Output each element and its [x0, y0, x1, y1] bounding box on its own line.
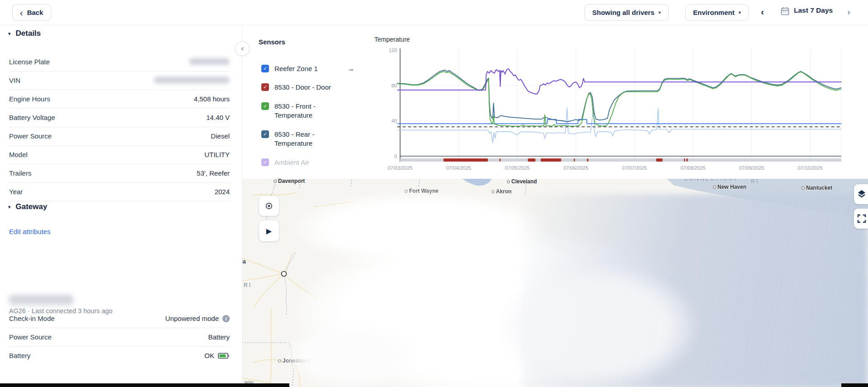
door-open-segment	[443, 158, 488, 162]
sensor-checkbox[interactable]: ✓	[261, 158, 269, 166]
map-terrain-layer	[242, 179, 868, 387]
sensor-checkbox[interactable]: ✓	[261, 102, 269, 110]
gateway-title: Gateway	[16, 202, 47, 211]
sensor-detail-arrow-icon[interactable]: →	[347, 65, 354, 73]
detail-value: Diesel	[211, 132, 230, 140]
x-tick-label: 07/09/2025	[739, 165, 764, 171]
battery-icon	[218, 353, 230, 359]
gateway-section-header[interactable]: ▾ Gateway	[8, 202, 47, 211]
detail-label: Model	[9, 151, 28, 158]
map-canvas[interactable]: Fort WayneAkronJonesboro DavenportClevel…	[242, 179, 868, 387]
environment-label: Environment	[693, 9, 735, 16]
temperature-chart[interactable]: 0408012007/03/202507/04/202507/05/202507…	[382, 30, 852, 174]
sensor-checkbox[interactable]: ✓	[261, 65, 269, 72]
vehicle-details-panel: ▾ Details License PlateVINEngine Hours4,…	[0, 25, 242, 383]
y-tick-label: 0	[394, 153, 397, 159]
drivers-filter-dropdown[interactable]: Showing all drivers ▾	[585, 4, 669, 21]
detail-label: Battery Voltage	[9, 114, 55, 121]
door-open-segment	[541, 158, 561, 162]
detail-row: Trailers53', Reefer	[9, 164, 230, 183]
door-open-segment	[587, 158, 588, 162]
details-title: Details	[16, 29, 41, 38]
calendar-icon	[781, 7, 789, 17]
gateway-value: Unpowered modei	[165, 315, 230, 322]
locate-button[interactable]	[259, 196, 279, 216]
detail-row: Year2024	[9, 182, 230, 201]
playback-button[interactable]: ▶	[259, 220, 279, 241]
gateway-row: Check-in ModeUnpowered modei	[9, 309, 230, 328]
y-tick-label: 40	[392, 118, 397, 124]
city-marker-icon	[274, 180, 277, 183]
gateway-label: Check-in Mode	[9, 315, 55, 322]
door-open-segment	[574, 158, 575, 162]
detail-row: VIN	[9, 71, 230, 90]
date-next-button[interactable]: ›	[847, 6, 850, 17]
city-marker-icon	[802, 186, 805, 190]
environment-dropdown[interactable]: Environment ▾	[685, 4, 749, 21]
play-icon: ▶	[266, 227, 272, 235]
sensor-item[interactable]: ✓8530 - Rear - Temperature	[261, 130, 343, 148]
detail-value: UTILITY	[204, 151, 230, 158]
back-chevron-icon: ‹	[20, 8, 23, 17]
back-button[interactable]: ‹ Back	[12, 4, 51, 21]
door-open-segment	[500, 158, 501, 162]
caret-down-icon: ▾	[659, 10, 661, 15]
date-prev-button[interactable]: ‹	[761, 6, 764, 17]
map-layers-button[interactable]	[854, 184, 868, 204]
sensor-item[interactable]: ✓Ambient Air	[261, 158, 343, 167]
sensor-checkbox[interactable]: ✓	[261, 130, 269, 138]
caret-down-icon: ▾	[739, 10, 741, 15]
sensor-label: Ambient Air	[274, 158, 343, 167]
date-range-selector[interactable]: Last 7 Days	[794, 6, 833, 14]
sensor-item[interactable]: ✓Reefer Zone 1	[261, 64, 343, 73]
sensor-item[interactable]: ✓8530 - Door - Door	[261, 83, 343, 92]
city-marker-icon	[405, 190, 408, 193]
city-name: Cleveland	[511, 179, 537, 185]
map-state-label: RI	[244, 282, 252, 288]
city-name: Fort Wayne	[409, 188, 439, 194]
panel-collapse-button[interactable]: ‹	[235, 41, 250, 56]
gateway-label: Power Source	[9, 333, 52, 341]
sensor-label: 8530 - Front - Temperature	[274, 102, 343, 120]
detail-value: 2024	[215, 188, 230, 196]
city-marker-icon	[507, 180, 510, 183]
layers-icon	[857, 189, 867, 199]
map-city-label: Cleveland	[507, 179, 537, 185]
collapse-caret-icon: ▾	[8, 31, 11, 37]
info-icon[interactable]: i	[222, 315, 230, 322]
detail-label: VIN	[9, 76, 20, 84]
detail-value: 53', Reefer	[197, 169, 230, 177]
bottom-bar	[841, 383, 868, 387]
city-marker-icon	[278, 359, 281, 363]
gateway-value: OK	[204, 352, 230, 359]
door-open-segment	[656, 158, 662, 162]
door-open-segment	[684, 158, 685, 162]
details-section-header[interactable]: ▾ Details	[8, 29, 41, 38]
map-city-label: Fort Wayne	[405, 188, 439, 194]
sensors-title: Sensors	[259, 38, 285, 46]
detail-row: Power SourceDiesel	[9, 127, 230, 146]
map-city-label: Jonesboro	[278, 358, 310, 364]
detail-row: License Plate	[9, 53, 230, 72]
x-tick-label: 07/08/2025	[680, 165, 705, 171]
sensor-label: 8530 - Rear - Temperature	[274, 130, 343, 148]
detail-value: 14.40 V	[206, 114, 230, 121]
collapse-caret-icon: ▾	[8, 204, 11, 210]
map-city-label: New Haven	[713, 184, 746, 190]
gateway-value-text: Unpowered mode	[165, 315, 219, 322]
top-bar: ‹ Back Showing all drivers ▾ Environment…	[0, 0, 868, 25]
redacted-value	[154, 77, 230, 84]
map-state-label: RI	[751, 179, 759, 185]
map-city-label: Columbia	[242, 258, 246, 265]
sensor-checkbox[interactable]: ✓	[261, 83, 269, 91]
gateway-row: Power SourceBattery	[9, 328, 230, 347]
sensor-item[interactable]: ✓8530 - Front - Temperature	[261, 102, 343, 120]
gateway-value-text: Battery	[208, 333, 230, 341]
detail-label: Trailers	[9, 169, 31, 177]
edit-attributes-link[interactable]: Edit attributes	[9, 228, 51, 235]
gateway-row: BatteryOK	[9, 346, 230, 365]
series-front-temp-green	[397, 72, 841, 126]
x-tick-label: 07/10/2025	[798, 165, 823, 171]
x-tick-label: 07/03/2025	[387, 165, 412, 171]
map-fullscreen-button[interactable]	[854, 209, 868, 229]
